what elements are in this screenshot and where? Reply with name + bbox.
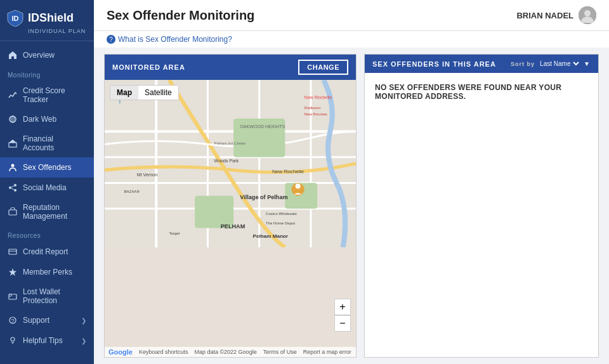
svg-text:OAKWOOD HEIGHTS: OAKWOOD HEIGHTS — [240, 124, 285, 129]
svg-text:New Rocmes: New Rocmes — [304, 112, 327, 116]
svg-text:Costco Wholesale: Costco Wholesale — [266, 211, 298, 216]
wallet-icon — [8, 291, 18, 301]
svg-line-10 — [11, 186, 14, 187]
map-container[interactable]: OAKWOOD HEIGHTS Pelham Art Center Woods … — [105, 80, 356, 357]
sidebar-item-social-media[interactable]: Social Media — [0, 178, 94, 198]
svg-rect-16 — [9, 294, 16, 299]
svg-text:FedEx Ship Center: FedEx Ship Center — [117, 247, 150, 247]
map-attribution: Google Keyboard shortcuts Map data ©2022… — [105, 347, 356, 357]
map-background: OAKWOOD HEIGHTS Pelham Art Center Woods … — [105, 80, 356, 247]
sidebar: ID IDShield INDIVIDUAL PLAN Overview Mon… — [0, 0, 94, 364]
svg-text:Mt Vernon: Mt Vernon — [137, 172, 157, 178]
svg-line-11 — [11, 188, 14, 190]
map-type-map-button[interactable]: Map — [110, 86, 138, 100]
right-panel-header: SEX OFFENDERS IN THIS AREA Sort by Last … — [365, 55, 598, 73]
report-map-error-link[interactable]: Report a map error — [303, 349, 351, 355]
avatar — [579, 6, 596, 24]
home-icon — [8, 50, 18, 60]
zoom-in-button[interactable]: + — [334, 299, 351, 315]
help-link[interactable]: ? What is Sex Offender Monitoring? — [94, 31, 609, 48]
dark-web-icon — [8, 114, 18, 124]
terms-of-use-link[interactable]: Terms of Use — [263, 349, 297, 355]
sidebar-item-financial-accounts[interactable]: Financial Accounts — [0, 129, 94, 157]
map-zoom-controls: + − — [334, 299, 351, 332]
sort-by-label: Sort by — [511, 61, 535, 67]
svg-text:ID: ID — [12, 15, 19, 22]
sidebar-item-helpful-tips[interactable]: Helpful Tips ❯ — [0, 330, 94, 351]
sidebar-item-reputation-management[interactable]: Reputation Management — [0, 198, 94, 226]
left-panel: MONITORED AREA CHANGE — [104, 54, 357, 358]
svg-point-7 — [9, 186, 11, 189]
page-title: Sex Offender Monitoring — [107, 8, 254, 23]
map-type-satellite-button[interactable]: Satellite — [138, 86, 178, 100]
shield-logo-icon: ID — [6, 9, 24, 27]
sidebar-item-sex-offenders[interactable]: Sex Offenders — [0, 157, 94, 178]
sidebar-item-lost-wallet[interactable]: Lost Wallet Protection — [0, 282, 94, 310]
svg-rect-4 — [9, 143, 16, 147]
sidebar-item-credit-report[interactable]: Credit Report — [0, 242, 94, 262]
resources-section-label: Resources — [0, 226, 94, 242]
top-header: Sex Offender Monitoring BRIAN NADEL — [94, 0, 609, 31]
sort-by-control: Sort by Last Name First Name Distance ▼ — [511, 60, 591, 68]
bank-icon — [8, 138, 18, 148]
zoom-out-button[interactable]: − — [334, 315, 351, 332]
sidebar-item-credit-score-tracker[interactable]: Credit Score Tracker — [0, 81, 94, 109]
chart-icon — [8, 90, 18, 100]
sidebar-logo: ID IDShield INDIVIDUAL PLAN — [0, 0, 94, 41]
sort-by-select[interactable]: Last Name First Name Distance — [537, 60, 581, 68]
rep-icon — [8, 207, 18, 217]
map-top-bar: Map Satellite — [110, 85, 351, 100]
person-icon — [8, 162, 18, 172]
sidebar-item-member-perks[interactable]: Member Perks — [0, 262, 94, 282]
logo-text: IDShield — [28, 11, 74, 25]
tips-icon — [8, 335, 18, 346]
svg-point-53 — [296, 183, 301, 188]
keyboard-shortcuts-link[interactable]: Keyboard shortcuts — [139, 349, 188, 355]
google-logo: Google — [108, 348, 133, 356]
svg-rect-13 — [9, 249, 16, 254]
svg-text:Radisson: Radisson — [304, 105, 320, 110]
change-button[interactable]: CHANGE — [298, 60, 348, 75]
svg-text:PELHAM: PELHAM — [221, 223, 246, 230]
svg-text:Target: Target — [169, 231, 180, 235]
social-icon — [8, 183, 18, 193]
question-icon: ? — [107, 35, 115, 44]
svg-text:New Rochelle: New Rochelle — [272, 169, 304, 174]
svg-text:The Home Depot: The Home Depot — [266, 221, 296, 225]
no-offenders-message: NO SEX OFFENDERS WERE FOUND NEAR YOUR MO… — [365, 73, 598, 111]
svg-rect-12 — [9, 210, 16, 215]
sidebar-item-support[interactable]: ? Support ❯ — [0, 310, 94, 330]
svg-marker-5 — [9, 140, 16, 143]
sidebar-nav: Overview Monitoring Credit Score Tracker… — [0, 41, 94, 364]
svg-text:BAZAAR: BAZAAR — [124, 189, 140, 193]
svg-point-22 — [584, 10, 591, 16]
svg-marker-15 — [9, 268, 16, 276]
user-info: BRIAN NADEL — [516, 6, 596, 24]
left-panel-header: MONITORED AREA CHANGE — [105, 55, 356, 80]
monitoring-section-label: Monitoring — [0, 65, 94, 81]
right-panel: SEX OFFENDERS IN THIS AREA Sort by Last … — [364, 54, 599, 358]
svg-point-6 — [11, 164, 15, 167]
user-name: BRIAN NADEL — [516, 11, 573, 20]
svg-text:Woods Park: Woods Park — [214, 159, 239, 164]
svg-text:Village of Pelham: Village of Pelham — [240, 194, 287, 200]
main-content: Sex Offender Monitoring BRIAN NADEL ? Wh… — [94, 0, 609, 364]
dropdown-chevron-icon: ▼ — [584, 60, 591, 67]
content-area: MONITORED AREA CHANGE — [94, 48, 609, 364]
tips-chevron-icon: ❯ — [81, 337, 86, 344]
svg-text:Pelham Manor: Pelham Manor — [253, 233, 289, 239]
map-type-buttons: Map Satellite — [110, 85, 179, 100]
logo-sub: INDIVIDUAL PLAN — [28, 28, 86, 34]
svg-point-8 — [14, 184, 16, 186]
perks-icon — [8, 267, 18, 277]
support-icon: ? — [8, 315, 18, 325]
svg-text:Pelham Art Center: Pelham Art Center — [214, 141, 246, 145]
map-data-label: Map data ©2022 Google — [194, 349, 256, 355]
svg-point-19 — [11, 337, 15, 341]
svg-text:Restaurant Depot: Restaurant Depot — [169, 247, 200, 247]
svg-point-9 — [14, 189, 16, 192]
sidebar-item-dark-web[interactable]: Dark Web — [0, 109, 94, 129]
credit-icon — [8, 247, 18, 257]
sidebar-item-overview[interactable]: Overview — [0, 45, 94, 65]
support-chevron-icon: ❯ — [81, 317, 86, 324]
